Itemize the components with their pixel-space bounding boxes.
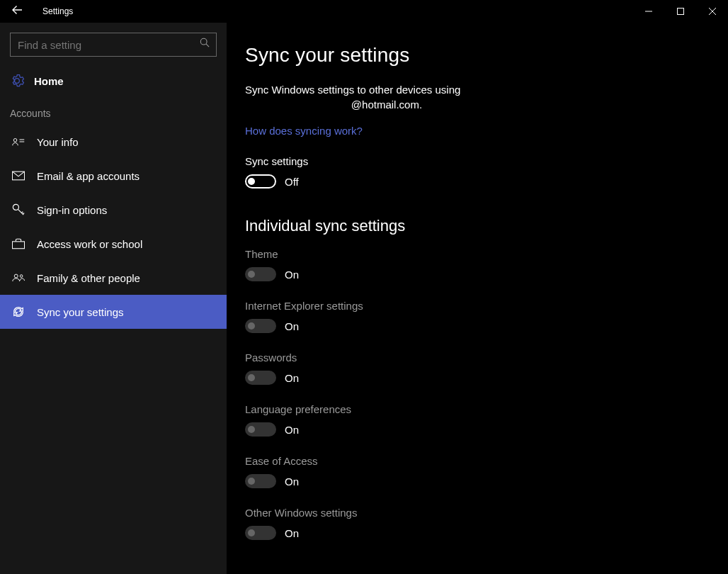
ie-settings-toggle[interactable] [245, 319, 276, 333]
ease-of-access-label: Ease of Access [245, 455, 728, 467]
ease-of-access-toggle[interactable] [245, 474, 276, 488]
person-card-icon [10, 135, 27, 148]
sidebar-item-access-work-school[interactable]: Access work or school [0, 227, 227, 261]
individual-section-title: Individual sync settings [245, 217, 728, 235]
passwords-toggle[interactable] [245, 371, 276, 385]
sidebar-item-your-info[interactable]: Your info [0, 125, 227, 159]
main-content: Sync your settings Sync Windows settings… [227, 23, 728, 574]
sidebar-item-label: Access work or school [37, 238, 142, 250]
search-input[interactable] [10, 33, 217, 57]
sidebar-item-label: Family & other people [37, 272, 140, 284]
desc-line2: @hotmail.com. [245, 97, 528, 112]
theme-state: On [285, 269, 299, 281]
sync-settings-label: Sync settings [245, 155, 728, 167]
home-label: Home [34, 75, 64, 87]
back-button[interactable] [6, 4, 28, 18]
arrow-left-icon [11, 4, 23, 16]
page-title: Sync your settings [245, 44, 728, 67]
language-state: On [285, 424, 299, 436]
theme-toggle[interactable] [245, 267, 276, 281]
sidebar-item-label: Your info [37, 136, 79, 148]
sidebar-section-label: Accounts [0, 95, 227, 125]
svg-rect-9 [12, 242, 24, 249]
sync-settings-state: Off [285, 176, 299, 188]
passwords-label: Passwords [245, 351, 728, 364]
sidebar-item-signin-options[interactable]: Sign-in options [0, 193, 227, 227]
minimize-icon [645, 8, 652, 15]
svg-point-11 [20, 275, 23, 278]
sidebar: Home Accounts Your info Email & app acco… [0, 23, 227, 574]
sync-description: Sync Windows settings to other devices u… [245, 82, 528, 112]
sidebar-item-home[interactable]: Home [0, 67, 227, 95]
svg-point-10 [14, 274, 18, 278]
sidebar-item-label: Email & app accounts [37, 170, 140, 182]
svg-rect-1 [677, 9, 683, 15]
minimize-button[interactable] [632, 0, 664, 23]
briefcase-icon [10, 237, 27, 250]
people-icon [10, 271, 27, 284]
desc-line1: Sync Windows settings to other devices u… [245, 84, 460, 96]
sidebar-item-email-accounts[interactable]: Email & app accounts [0, 159, 227, 193]
maximize-icon [677, 8, 684, 15]
maximize-button[interactable] [664, 0, 696, 23]
mail-icon [10, 169, 27, 182]
window-controls [632, 0, 728, 23]
sync-settings-toggle[interactable] [245, 174, 276, 188]
sidebar-item-family-people[interactable]: Family & other people [0, 261, 227, 295]
key-icon [10, 203, 27, 216]
other-windows-label: Other Windows settings [245, 507, 728, 519]
sidebar-item-sync-settings[interactable]: Sync your settings [0, 295, 227, 329]
window-title: Settings [42, 6, 73, 16]
other-windows-state: On [285, 527, 299, 539]
language-label: Language preferences [245, 403, 728, 415]
svg-rect-0 [645, 11, 652, 12]
other-windows-toggle[interactable] [245, 526, 276, 540]
language-toggle[interactable] [245, 422, 276, 437]
gear-icon [10, 74, 24, 88]
passwords-state: On [285, 372, 299, 384]
titlebar: Settings [0, 0, 728, 23]
theme-label: Theme [245, 248, 728, 260]
close-button[interactable] [696, 0, 728, 23]
close-icon [709, 8, 716, 15]
ie-settings-label: Internet Explorer settings [245, 300, 728, 312]
svg-point-4 [13, 139, 17, 142]
sync-icon [10, 305, 27, 318]
sidebar-item-label: Sync your settings [37, 306, 124, 318]
how-sync-works-link[interactable]: How does syncing work? [245, 125, 728, 137]
sidebar-item-label: Sign-in options [37, 204, 107, 216]
ie-settings-state: On [285, 320, 299, 332]
ease-of-access-state: On [285, 475, 299, 488]
